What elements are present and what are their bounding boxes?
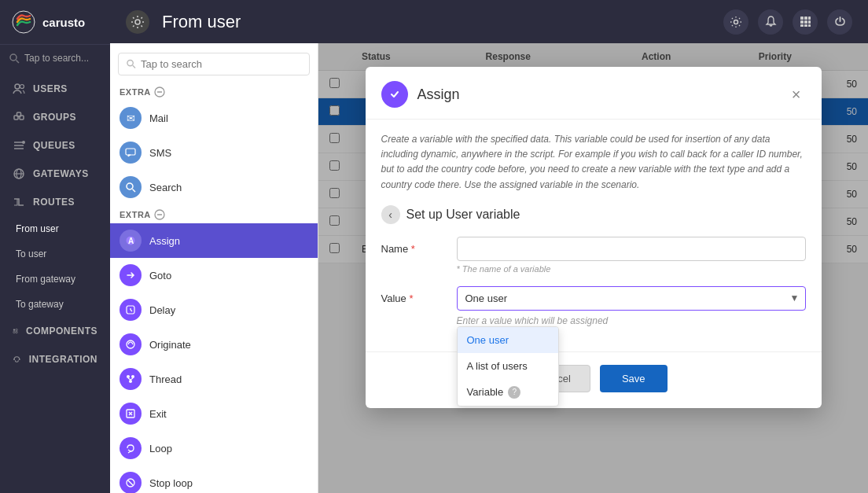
name-hint: * The name of a variable: [457, 264, 806, 274]
form-value-label: Value *: [381, 286, 444, 304]
svg-rect-23: [800, 17, 804, 20]
back-icon: ‹: [388, 208, 392, 221]
sidebar-item-components-label: COMPONENTS: [26, 326, 97, 337]
form-name-label: Name *: [381, 237, 444, 255]
comp-group-extra1: Extra: [110, 82, 318, 101]
comp-exit-label: Exit: [149, 408, 167, 420]
svg-point-46: [127, 375, 130, 378]
comp-goto-label: Goto: [149, 270, 171, 281]
delay-icon: [120, 299, 142, 321]
goto-icon: [120, 264, 142, 286]
sidebar-item-queues[interactable]: QUEUES: [0, 131, 110, 160]
stoploop-icon: [120, 472, 142, 493]
sidebar-nav: USERS GROUPS QUEUES GATEWAYS ROUTES From…: [0, 72, 110, 493]
name-input[interactable]: [457, 237, 806, 261]
comp-group-extra2: Extra: [110, 204, 318, 223]
sidebar-item-users[interactable]: USERS: [0, 75, 110, 103]
svg-rect-26: [800, 20, 804, 24]
svg-point-19: [13, 359, 15, 360]
svg-rect-16: [16, 329, 17, 330]
value-required: *: [409, 292, 413, 304]
comp-item-thread[interactable]: Thread: [110, 362, 318, 396]
modal-title: Assign: [417, 86, 778, 103]
comp-item-delay[interactable]: Delay: [110, 292, 318, 327]
content-panel: Extra ✉ Mail SMS Search Extra: [110, 43, 868, 493]
svg-line-2: [17, 60, 20, 63]
sidebar-item-gateways-label: GATEWAYS: [33, 168, 89, 179]
variable-help-icon[interactable]: ?: [508, 386, 520, 399]
comp-item-goto[interactable]: Goto: [110, 258, 318, 292]
modal-header-icon: [381, 81, 408, 108]
sidebar-item-routes[interactable]: ROUTES: [0, 188, 110, 216]
svg-rect-29: [800, 24, 804, 27]
comp-loop-label: Loop: [149, 443, 172, 454]
from-user-label: From user: [16, 223, 59, 234]
settings-button[interactable]: [723, 9, 748, 35]
svg-line-49: [128, 378, 131, 380]
assign-icon: A: [120, 230, 142, 252]
svg-rect-17: [13, 331, 15, 333]
modal-close-button[interactable]: ×: [787, 84, 806, 105]
form-name-wrap: * The name of a variable: [457, 237, 806, 274]
header-gear-icon: [126, 10, 149, 34]
dropdown-list-users[interactable]: A list of users: [458, 353, 558, 379]
page-title: From user: [162, 12, 711, 32]
comp-group-extra1-label: Extra: [120, 87, 151, 97]
comp-mail-label: Mail: [149, 112, 168, 124]
comp-item-mail[interactable]: ✉ Mail: [110, 101, 318, 135]
svg-rect-18: [16, 331, 17, 333]
components-icon: [13, 325, 18, 337]
svg-line-38: [133, 189, 136, 193]
modal-body: Create a variable with the specified dat…: [366, 120, 822, 351]
component-search-input[interactable]: [141, 58, 301, 70]
comp-sms-label: SMS: [149, 147, 171, 159]
comp-item-exit[interactable]: Exit: [110, 396, 318, 431]
sidebar-item-groups[interactable]: GROUPS: [0, 103, 110, 131]
sidebar-subitem-from-user[interactable]: From user: [0, 216, 110, 241]
sidebar-item-gateways[interactable]: GATEWAYS: [0, 160, 110, 188]
value-select[interactable]: One userA list of usersVariable: [457, 286, 806, 311]
thread-icon: [120, 368, 142, 390]
sidebar-search-area: Tap to search...: [0, 45, 110, 72]
sidebar-item-groups-label: GROUPS: [33, 112, 76, 123]
dropdown-variable[interactable]: Variable ?: [458, 379, 558, 406]
sidebar-item-integration-label: INTEGRATION: [29, 354, 97, 365]
assign-modal: Assign × Create a variable with the spec…: [366, 67, 822, 408]
sidebar-subitem-from-gateway[interactable]: From gateway: [0, 267, 110, 292]
notification-button[interactable]: [758, 9, 783, 35]
svg-rect-31: [808, 24, 811, 27]
search-icon: [9, 53, 20, 64]
dropdown-one-user[interactable]: One user: [458, 327, 558, 353]
sidebar-item-components[interactable]: COMPONENTS: [0, 317, 110, 345]
sidebar-subitem-to-user[interactable]: To user: [0, 241, 110, 267]
comp-item-loop[interactable]: Loop: [110, 431, 318, 465]
integration-icon: [13, 353, 21, 366]
comp-item-originate[interactable]: Originate: [110, 327, 318, 362]
form-row-value: Value * One userA list of usersVariable …: [381, 286, 806, 326]
power-button[interactable]: [827, 9, 852, 35]
sidebar-subitem-to-gateway[interactable]: To gateway: [0, 292, 110, 317]
component-search-box[interactable]: [118, 53, 310, 75]
back-button[interactable]: ‹: [381, 205, 400, 224]
form-value-wrap: One userA list of usersVariable ▼ One us…: [457, 286, 806, 326]
header-icons: [723, 9, 852, 35]
grid-button[interactable]: [793, 9, 818, 35]
comp-item-assign[interactable]: A Assign: [110, 223, 318, 258]
svg-line-44: [131, 310, 132, 311]
logo-icon: [11, 9, 36, 35]
top-header: From user: [110, 0, 868, 43]
comp-item-sms[interactable]: SMS: [110, 135, 318, 170]
modal-description: Create a variable with the specified dat…: [381, 132, 806, 193]
dropdown-list-users-label: A list of users: [467, 360, 528, 372]
svg-text:A: A: [128, 237, 134, 245]
originate-icon: [120, 333, 142, 355]
svg-rect-28: [808, 20, 811, 24]
save-button[interactable]: Save: [600, 365, 668, 392]
comp-item-stoploop[interactable]: Stop loop: [110, 465, 318, 493]
dropdown-one-user-label: One user: [467, 334, 509, 346]
sidebar-item-users-label: USERS: [33, 83, 68, 94]
value-dropdown-menu: One user A list of users Variable ?: [457, 326, 559, 407]
modal-overlay: Assign × Create a variable with the spec…: [318, 43, 868, 493]
comp-item-search[interactable]: Search: [110, 170, 318, 204]
sidebar-item-integration[interactable]: INTEGRATION: [0, 345, 110, 373]
